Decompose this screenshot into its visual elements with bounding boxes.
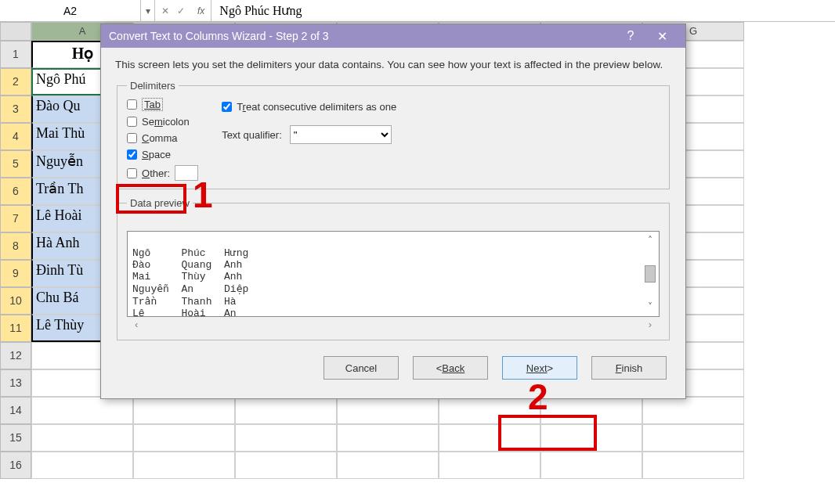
text-qualifier-label: Text qualifier: bbox=[222, 129, 282, 141]
preview-text: Ngô Phúc Hưng Đào Quang Anh Mai Thùy Anh… bbox=[132, 247, 248, 317]
delimiter-space[interactable]: Space bbox=[127, 149, 198, 160]
treat-consecutive[interactable]: Treat consecutive delimiters as one bbox=[222, 101, 396, 113]
text-qualifier-select[interactable]: " bbox=[290, 125, 392, 144]
comma-checkbox[interactable] bbox=[127, 133, 137, 143]
other-delimiter-input[interactable] bbox=[175, 165, 198, 181]
row-header-5[interactable]: 5 bbox=[0, 150, 31, 178]
row-header-9[interactable]: 9 bbox=[0, 260, 31, 287]
delimiter-semicolon[interactable]: Semicolon bbox=[127, 116, 198, 128]
row-header-12[interactable]: 12 bbox=[0, 342, 31, 369]
dialog-description: This screen lets you set the delimiters … bbox=[115, 59, 671, 70]
cancel-button[interactable]: Cancel bbox=[324, 356, 399, 380]
scroll-thumb[interactable] bbox=[645, 265, 656, 283]
row-header-7[interactable]: 7 bbox=[0, 205, 31, 232]
row-header-8[interactable]: 8 bbox=[0, 232, 31, 260]
row-header-10[interactable]: 10 bbox=[0, 287, 31, 315]
row-header-4[interactable]: 4 bbox=[0, 123, 31, 150]
scroll-down-icon[interactable]: ˅ bbox=[648, 301, 652, 313]
delimiter-comma[interactable]: Comma bbox=[127, 132, 198, 144]
dialog-title: Convert Text to Columns Wizard - Step 2 … bbox=[109, 30, 329, 42]
treat-consecutive-checkbox[interactable] bbox=[222, 102, 232, 112]
next-button[interactable]: Next > bbox=[502, 356, 577, 380]
preview-hscrollbar[interactable]: ‹ › bbox=[127, 317, 660, 332]
delimiters-legend: Delimiters bbox=[127, 80, 179, 92]
cancel-formula-icon[interactable]: ✕ bbox=[161, 5, 169, 16]
select-all-corner[interactable] bbox=[0, 22, 31, 41]
formula-bar: A2 ▾ ✕ ✓ fx Ngô Phúc Hưng bbox=[0, 0, 835, 22]
preview-vscrollbar[interactable]: ˄ ˅ bbox=[643, 235, 657, 313]
row-header-6[interactable]: 6 bbox=[0, 178, 31, 205]
data-preview-group: Data preview Ngô Phúc Hưng Đào Quang Anh… bbox=[117, 197, 670, 340]
scroll-left-icon[interactable]: ‹ bbox=[135, 319, 138, 330]
text-to-columns-dialog: Convert Text to Columns Wizard - Step 2 … bbox=[100, 23, 686, 399]
fx-label[interactable]: fx bbox=[191, 0, 211, 21]
other-checkbox[interactable] bbox=[127, 168, 137, 178]
help-button[interactable]: ? bbox=[615, 29, 646, 43]
data-preview: Ngô Phúc Hưng Đào Quang Anh Mai Thùy Anh… bbox=[127, 231, 660, 317]
dialog-titlebar[interactable]: Convert Text to Columns Wizard - Step 2 … bbox=[101, 24, 685, 48]
space-checkbox[interactable] bbox=[127, 149, 137, 160]
semicolon-checkbox[interactable] bbox=[127, 117, 137, 127]
delimiters-group: Delimiters Tab Semicolon Comma bbox=[117, 80, 670, 189]
row-header-16[interactable]: 16 bbox=[0, 452, 31, 479]
row-header-2[interactable]: 2 bbox=[0, 68, 31, 95]
scroll-right-icon[interactable]: › bbox=[649, 319, 652, 330]
row-header-3[interactable]: 3 bbox=[0, 95, 31, 123]
back-button[interactable]: < Back bbox=[413, 356, 488, 380]
formula-buttons: ✕ ✓ bbox=[155, 0, 191, 21]
data-preview-legend: Data preview bbox=[127, 197, 193, 209]
close-icon[interactable]: ✕ bbox=[646, 29, 678, 44]
enter-formula-icon[interactable]: ✓ bbox=[177, 5, 185, 16]
scroll-up-icon[interactable]: ˄ bbox=[648, 235, 652, 247]
formula-value[interactable]: Ngô Phúc Hưng bbox=[211, 3, 309, 18]
finish-button[interactable]: Finish bbox=[591, 356, 667, 380]
row-header-14[interactable]: 14 bbox=[0, 397, 31, 424]
name-box-dropdown-icon[interactable]: ▾ bbox=[141, 0, 155, 21]
delimiter-other[interactable]: Other: bbox=[127, 165, 198, 181]
tab-checkbox[interactable] bbox=[127, 99, 137, 110]
row-header-15[interactable]: 15 bbox=[0, 424, 31, 452]
row-header-1[interactable]: 1 bbox=[0, 41, 31, 68]
name-box[interactable]: A2 bbox=[0, 0, 141, 21]
delimiter-tab[interactable]: Tab bbox=[127, 98, 198, 111]
row-header-11[interactable]: 11 bbox=[0, 315, 31, 342]
row-header-13[interactable]: 13 bbox=[0, 369, 31, 397]
